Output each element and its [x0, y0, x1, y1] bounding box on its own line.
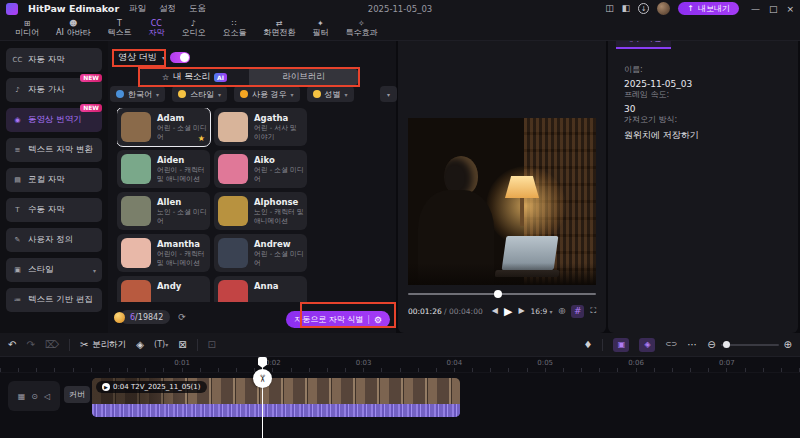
aspect-ratio-dropdown[interactable]: 16:9 ▾: [531, 307, 553, 316]
voice-card[interactable]: Anna: [214, 276, 307, 302]
redo-icon[interactable]: ↷: [26, 340, 34, 350]
voice-card[interactable]: Agatha 어린 - 서사 및 이야기: [214, 108, 307, 146]
ribbon-tab-icon: ⊞: [24, 19, 31, 28]
user-avatar[interactable]: [657, 2, 670, 15]
playback-progress-bar[interactable]: [408, 293, 596, 295]
zoom-slider-handle[interactable]: [723, 341, 730, 348]
split-button[interactable]: ✂ 분리하기: [80, 339, 126, 351]
ribbon-tab[interactable]: ⊞ 미디어: [8, 17, 46, 41]
ribbon-tab[interactable]: T 텍스트: [100, 17, 138, 41]
play-button[interactable]: ▶: [504, 306, 512, 317]
snapshot-icon[interactable]: ◎: [558, 307, 565, 315]
zoom-slider[interactable]: [721, 344, 779, 346]
sidebar-item[interactable]: ♪ 자동 가사 NEW: [6, 78, 102, 102]
ribbon-tab-label: 요소들: [222, 28, 246, 38]
sidebar-item[interactable]: ≡ 텍스트 자막 변환: [6, 138, 102, 162]
ribbon-tab-icon: ⇄: [276, 19, 283, 28]
voice-card[interactable]: Andy: [117, 276, 210, 302]
next-frame-button[interactable]: ▶: [518, 307, 524, 315]
cc-off-icon[interactable]: ⊠: [178, 340, 186, 350]
refresh-icon[interactable]: ⟳: [178, 312, 186, 322]
field-label: 이름:: [624, 64, 699, 75]
eye-icon[interactable]: ⊙: [31, 392, 38, 401]
prev-frame-button[interactable]: ◀: [492, 307, 498, 315]
export-button[interactable]: ↑내보내기: [678, 2, 739, 15]
filter-dropdown[interactable]: 사용 경우 ▾: [234, 86, 300, 102]
crop-icon[interactable]: ⊡: [208, 340, 216, 350]
video-clip[interactable]: ▶ 0:04 T2V_2025_11_05(1): [92, 378, 460, 417]
voice-card[interactable]: Aiko 어린 - 소셜 미디어: [214, 150, 307, 188]
menu-item[interactable]: 도움: [189, 3, 206, 15]
voice-card[interactable]: Aiden 어린이 - 캐릭터 및 애니메이션: [117, 150, 210, 188]
keyframe-icon[interactable]: ⋯: [687, 340, 697, 350]
sidebar-item[interactable]: ✎ 사용자 정의: [6, 228, 102, 252]
sidebar-item[interactable]: ▣ 스타일 ▾: [6, 258, 102, 282]
timeline-ruler[interactable]: 0:010:020:030:040:050:060:07: [0, 357, 800, 373]
dubbing-toggle[interactable]: [170, 52, 190, 63]
maximize-button[interactable]: □: [769, 4, 778, 14]
text-tool-button[interactable]: (T)▾: [154, 340, 168, 349]
tab-my-voice[interactable]: ☆ 내 목소리 AI: [140, 69, 249, 85]
sidebar-item[interactable]: ▤ 로컬 자막: [6, 168, 102, 192]
zoom-out-icon[interactable]: ⊖: [707, 340, 715, 350]
minimize-button[interactable]: —: [751, 4, 760, 14]
ribbon-tab[interactable]: ☻ AI 아바타: [49, 17, 97, 41]
filter-dropdown[interactable]: 스타일 ▾: [172, 86, 227, 102]
sidebar-item-icon: ◉: [12, 116, 23, 124]
fullscreen-icon[interactable]: ⛶: [590, 307, 596, 315]
player-panel: 플레이어 00:01:26 / 00:04:00 ◀ ▶: [398, 26, 606, 333]
voice-card[interactable]: Andrew 어린 - 소셜 미디어: [214, 234, 307, 272]
track-media-icon[interactable]: ▦: [18, 392, 26, 401]
ribbon-tab[interactable]: CC 자막: [141, 17, 171, 41]
sidebar-item[interactable]: T 수동 자막: [6, 198, 102, 222]
filter-dropdown[interactable]: 성별 ▾: [307, 86, 354, 102]
chevron-down-icon[interactable]: ▾: [162, 54, 165, 61]
cover-button[interactable]: 커버: [64, 386, 90, 403]
voice-card[interactable]: Amantha 어린이 - 캐릭터 및 애니메이션: [117, 234, 210, 272]
voice-name: Adam: [157, 113, 184, 123]
counter-total: /19842: [135, 313, 163, 322]
auto-ripple-toggle[interactable]: ▣: [613, 338, 629, 352]
ribbon-tab[interactable]: ✦ 필터: [305, 17, 335, 41]
sidebar-item[interactable]: ≔ 텍스트 기반 편집: [6, 288, 102, 312]
ribbon-tab[interactable]: ✧ 특수효과: [338, 17, 384, 41]
sidebar-item-icon: ▤: [12, 176, 23, 184]
sidebar-item[interactable]: ◉ 동영상 번역기 NEW: [6, 108, 102, 132]
details-fields: 이름: 2025-11-05_03 프레임 속도: 30 가져오기 방식: 원위…: [624, 64, 699, 142]
voice-card[interactable]: Alphonse 노인 - 캐릭터 및 애니메이션: [214, 192, 307, 230]
ribbon-tab[interactable]: ⇄ 화면전환: [256, 17, 302, 41]
menu-item[interactable]: 설정: [159, 3, 176, 15]
undo-icon[interactable]: ↶: [8, 340, 16, 350]
ribbon-tab-icon: T: [117, 19, 122, 28]
link-icon[interactable]: ⊂⊃: [665, 341, 677, 348]
menu-item[interactable]: 파일: [129, 3, 146, 15]
magnet-toggle[interactable]: ◈: [639, 338, 655, 352]
voice-card[interactable]: Allen 노인 - 소셜 미디어: [117, 192, 210, 230]
field-value: 2025-11-05_03: [624, 79, 699, 89]
voice-card[interactable]: Adam 어린 - 소셜 미디어 ★: [117, 108, 210, 146]
video-preview[interactable]: [408, 118, 596, 285]
ruler-label: 0:02: [265, 359, 281, 367]
marker-icon[interactable]: ◈: [136, 340, 144, 350]
more-filters-dropdown[interactable]: ▾: [380, 86, 397, 102]
layout-icon[interactable]: ◫: [605, 4, 614, 13]
microphone-icon[interactable]: ♦: [584, 340, 593, 350]
close-button[interactable]: ×: [786, 4, 794, 14]
tab-library[interactable]: 라이브러리: [249, 69, 358, 85]
download-icon[interactable]: ↓: [638, 3, 649, 14]
zoom-in-icon[interactable]: ⊕: [784, 340, 792, 350]
trash-icon[interactable]: ⌦: [45, 340, 59, 350]
grid-overlay-button[interactable]: #: [571, 305, 584, 318]
ribbon-tab[interactable]: ∷ 요소들: [215, 17, 253, 41]
auto-identify-subtitles-button[interactable]: 자동으로 자막 식별 | ⚙: [286, 311, 390, 328]
progress-handle[interactable]: [494, 290, 502, 298]
speaker-icon[interactable]: ◁: [44, 392, 50, 401]
feedback-icon[interactable]: ◧: [622, 4, 631, 13]
new-badge: NEW: [80, 104, 102, 112]
playhead-scissors-button[interactable]: ✂: [253, 369, 272, 388]
filter-icon: [178, 90, 186, 98]
filter-dropdown[interactable]: 한국어 ▾: [110, 86, 165, 102]
ribbon-tab[interactable]: ♪ 오디오: [174, 17, 212, 41]
sidebar-item[interactable]: CC 자동 자막: [6, 48, 102, 72]
sidebar-item-icon: ▣: [12, 266, 23, 274]
